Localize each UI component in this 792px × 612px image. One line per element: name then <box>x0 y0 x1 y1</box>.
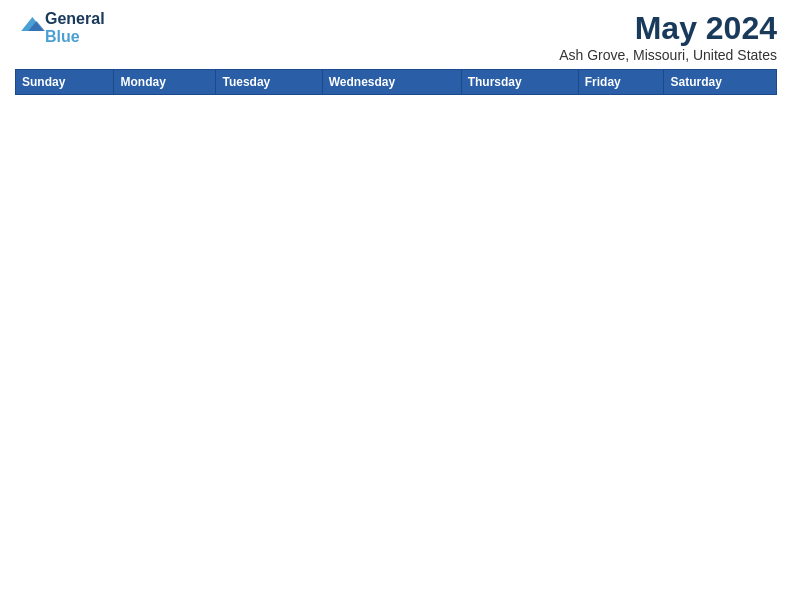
logo-text-line1: General <box>45 10 105 28</box>
col-thursday: Thursday <box>461 70 578 95</box>
month-title: May 2024 <box>559 10 777 47</box>
calendar: Sunday Monday Tuesday Wednesday Thursday… <box>15 69 777 95</box>
title-block: May 2024 Ash Grove, Missouri, United Sta… <box>559 10 777 63</box>
col-saturday: Saturday <box>664 70 777 95</box>
col-wednesday: Wednesday <box>322 70 461 95</box>
location: Ash Grove, Missouri, United States <box>559 47 777 63</box>
col-sunday: Sunday <box>16 70 114 95</box>
page-container: General Blue May 2024 Ash Grove, Missour… <box>0 0 792 105</box>
logo: General Blue <box>15 10 105 45</box>
calendar-header-row: Sunday Monday Tuesday Wednesday Thursday… <box>16 70 777 95</box>
col-friday: Friday <box>578 70 664 95</box>
col-monday: Monday <box>114 70 216 95</box>
logo-text-line2: Blue <box>45 28 105 46</box>
logo-icon <box>17 12 45 40</box>
col-tuesday: Tuesday <box>216 70 322 95</box>
header: General Blue May 2024 Ash Grove, Missour… <box>15 10 777 63</box>
